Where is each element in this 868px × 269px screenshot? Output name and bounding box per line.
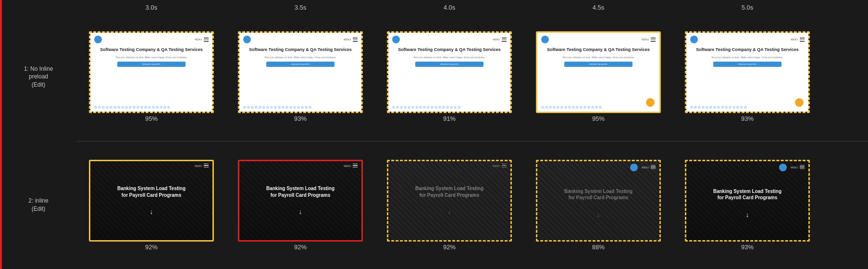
qa-title: Software Testing Company & QA Testing Se… — [392, 47, 507, 53]
row1: 1: No Inline preload (Edit) MENU Softwar… — [0, 13, 868, 141]
main-grid: 3.0s 3.5s 4.0s 4.5s 5.0s 1: No Inline pr… — [0, 0, 868, 269]
row2-label: 2: inline (Edit) — [0, 197, 77, 213]
row1-thumb-4: MENU Software Testing Company & QA Testi… — [673, 31, 822, 122]
banking-arrow: ↓ — [239, 208, 361, 216]
row1-frame-4[interactable]: MENU Software Testing Company & QA Testi… — [685, 31, 810, 113]
row2: 2: inline (Edit) MENU Banking System Loa… — [0, 141, 868, 269]
time-label-2: 4.0s — [375, 4, 524, 11]
qa-btn: REQUEST A QUOTE — [266, 62, 335, 67]
row2-frame-3[interactable]: MENU Banking System Load Testing for Pay… — [536, 160, 661, 242]
row2-frame-0[interactable]: MENU Banking System Load Testing for Pay… — [89, 160, 214, 242]
row2-thumb-2: MENU Banking System Load Testing for Pay… — [375, 160, 524, 251]
row1-thumb-3: MENU Software Testing Company & QA Testi… — [524, 31, 673, 122]
row1-label: 1: No Inline preload (Edit) — [0, 65, 77, 89]
time-label-0: 3.0s — [77, 4, 226, 11]
row1-frame-3[interactable]: MENU Software Testing Company & QA Testi… — [536, 31, 661, 113]
hamburger-icon — [353, 38, 358, 42]
banking-title: Banking System Load Testing for Payroll … — [537, 174, 659, 201]
hamburger-icon — [353, 164, 358, 169]
banking-nav: MENU — [90, 161, 212, 171]
banking-nav: MENU — [239, 161, 361, 171]
time-label-3: 4.5s — [524, 4, 673, 11]
red-vertical-line — [0, 0, 2, 269]
hamburger-icon — [502, 164, 507, 169]
row1-frame-0[interactable]: MENU Software Testing Company & QA Testi… — [89, 31, 214, 113]
row2-pct-0: 92% — [145, 243, 158, 251]
nav-logo — [94, 36, 102, 43]
hamburger-icon — [204, 38, 209, 42]
time-label-1: 3.5s — [226, 4, 375, 11]
banking-arrow: ↓ — [388, 208, 510, 216]
banking-arrow: ↓ — [686, 211, 808, 218]
row1-thumbnails: MENU Software Testing Company & QA Testi… — [77, 31, 868, 122]
banking-nav: MENU — [686, 161, 808, 174]
row2-thumb-4: MENU Banking System Load Testing for Pay… — [673, 160, 822, 251]
row1-pct-0: 95% — [145, 115, 158, 122]
banking-title: Banking System Load Testing for Payroll … — [388, 171, 510, 198]
time-label-4: 5.0s — [673, 4, 822, 11]
qa-btn: REQUEST A QUOTE — [713, 62, 782, 67]
row2-frame-1[interactable]: MENU Banking System Load Testing for Pay… — [238, 160, 363, 242]
nav-logo — [779, 164, 787, 171]
row1-pct-2: 91% — [443, 115, 456, 122]
row2-pct-2: 92% — [443, 243, 456, 251]
banking-title: Banking System Load Testing for Payroll … — [686, 174, 808, 201]
banking-title: Banking System Load Testing for Payroll … — [239, 171, 361, 198]
banking-title: Banking System Load Testing for Payroll … — [90, 171, 212, 198]
qa-title: Software Testing Company & QA Testing Se… — [541, 47, 656, 53]
qa-title: Software Testing Company & QA Testing Se… — [690, 47, 805, 53]
nav-logo — [392, 36, 400, 43]
hamburger-icon — [651, 38, 656, 42]
qa-subtitle: Test your releases on time. Make users h… — [94, 56, 209, 59]
qa-subtitle: Test your releases on time. Make users h… — [690, 56, 805, 59]
row1-frame-2[interactable]: MENU Software Testing Company & QA Testi… — [387, 31, 512, 113]
qa-subtitle: Test your releases on time. Make users h… — [392, 56, 507, 59]
nav-logo — [630, 164, 638, 171]
row2-pct-4: 93% — [741, 243, 754, 251]
row2-pct-1: 92% — [294, 243, 307, 251]
row1-pct-1: 93% — [294, 115, 307, 122]
row2-pct-3: 88% — [592, 243, 605, 251]
row2-thumbnails: MENU Banking System Load Testing for Pay… — [77, 160, 868, 251]
qa-btn: REQUEST A QUOTE — [117, 62, 186, 67]
row2-thumb-0: MENU Banking System Load Testing for Pay… — [77, 160, 226, 251]
qa-dots — [392, 106, 507, 109]
qa-title: Software Testing Company & QA Testing Se… — [243, 47, 358, 53]
qa-dots — [243, 106, 358, 109]
row2-thumb-1: MENU Banking System Load Testing for Pay… — [226, 160, 375, 251]
row1-pct-3: 95% — [592, 115, 605, 122]
row1-frame-1[interactable]: MENU Software Testing Company & QA Testi… — [238, 31, 363, 113]
qa-btn: REQUEST A QUOTE — [564, 62, 633, 67]
nav-logo — [541, 36, 549, 43]
row1-thumb-1: MENU Software Testing Company & QA Testi… — [226, 31, 375, 122]
hamburger-icon — [204, 164, 209, 169]
time-header: 3.0s 3.5s 4.0s 4.5s 5.0s — [0, 0, 868, 13]
row2-frame-4[interactable]: MENU Banking System Load Testing for Pay… — [685, 160, 810, 242]
nav-logo — [690, 36, 698, 43]
banking-arrow: ↓ — [90, 208, 212, 216]
hamburger-icon — [651, 165, 656, 170]
qa-dots — [541, 106, 656, 109]
row1-thumb-2: MENU Software Testing Company & QA Testi… — [375, 31, 524, 122]
qa-subtitle: Test your releases on time. Make users h… — [541, 56, 656, 59]
banking-nav: MENU — [537, 161, 659, 174]
banking-nav: MENU — [388, 161, 510, 171]
hamburger-icon — [800, 165, 805, 170]
qa-btn: REQUEST A QUOTE — [415, 62, 484, 67]
hamburger-icon — [800, 38, 805, 42]
row1-pct-4: 93% — [741, 115, 754, 122]
qa-title: Software Testing Company & QA Testing Se… — [94, 47, 209, 53]
row2-frame-2[interactable]: MENU Banking System Load Testing for Pay… — [387, 160, 512, 242]
row1-thumb-0: MENU Software Testing Company & QA Testi… — [77, 31, 226, 122]
qa-subtitle: Test your releases on time. Make users h… — [243, 56, 358, 59]
nav-logo — [243, 36, 251, 43]
banking-arrow: ↓ — [537, 211, 659, 218]
qa-dots — [94, 106, 209, 109]
row2-thumb-3: MENU Banking System Load Testing for Pay… — [524, 160, 673, 251]
qa-dots — [690, 106, 805, 109]
hamburger-icon — [502, 38, 507, 42]
